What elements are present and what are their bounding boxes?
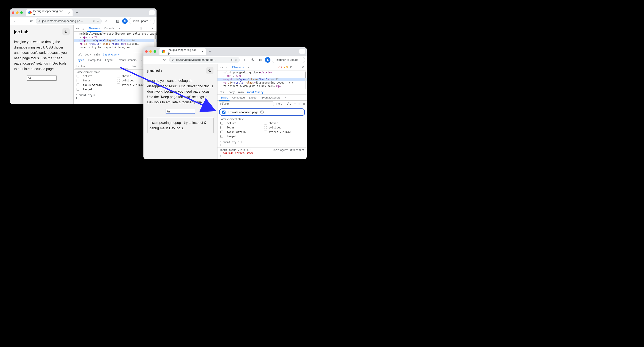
error-badge[interactable]: ⊘ 2 (278, 66, 282, 69)
tab-elements[interactable]: Elements (87, 26, 102, 32)
emulate-focused-page[interactable]: Emulate a focused page ? (219, 108, 305, 116)
hov-toggle[interactable]: :hov (130, 65, 137, 68)
close-devtools-icon[interactable]: ✕ (150, 26, 155, 31)
new-style-icon[interactable]: + (293, 102, 296, 105)
tab-elements[interactable]: Elements (230, 64, 245, 70)
crumb[interactable]: html (76, 53, 82, 56)
maximize-window-icon[interactable] (154, 50, 156, 53)
crumb[interactable]: body (85, 53, 91, 56)
close-tab-icon[interactable]: ✕ (201, 50, 204, 53)
tab-overflow-icon[interactable]: » (139, 57, 144, 63)
site-settings-icon[interactable]: ⚙ (172, 58, 174, 62)
crumb[interactable]: html (220, 91, 226, 94)
install-icon[interactable]: ⎘ (93, 20, 95, 22)
new-tab-button[interactable]: + (207, 48, 213, 54)
force-target[interactable]: :target (220, 134, 261, 138)
bookmark-icon[interactable]: ☆ (96, 20, 99, 23)
force-hover[interactable]: :hover (263, 121, 305, 125)
profile-avatar[interactable] (122, 18, 128, 24)
bookmark-icon[interactable]: ☆ (234, 58, 237, 62)
profile-avatar[interactable] (265, 57, 270, 63)
tab-overflow-icon[interactable]: ⌄ (149, 10, 155, 15)
maximize-window-icon[interactable] (20, 12, 23, 14)
tab-styles[interactable]: Styles (219, 95, 230, 100)
device-icon[interactable]: ⌂ (81, 26, 86, 31)
force-active[interactable]: :active (76, 74, 114, 78)
back-button[interactable]: ← (12, 18, 18, 24)
crumb[interactable]: body (229, 91, 235, 94)
forward-button[interactable]: → (153, 56, 160, 63)
close-devtools-icon[interactable]: ✕ (300, 65, 306, 70)
tab-overflow-icon[interactable]: ⌄ (299, 49, 305, 54)
tab-computed[interactable]: Computed (230, 95, 246, 100)
tab-computed[interactable]: Computed (86, 57, 102, 63)
close-window-icon[interactable] (145, 50, 148, 53)
element-style-block[interactable]: element.style { } (218, 140, 307, 148)
hov-toggle[interactable]: :hov (275, 102, 283, 105)
close-window-icon[interactable] (12, 12, 14, 14)
side-panel-icon[interactable]: ◧ (257, 56, 264, 63)
minimize-window-icon[interactable] (16, 12, 18, 14)
tab-overflow-icon[interactable]: » (283, 95, 288, 100)
address-bar[interactable]: ⚙ jec.fish/demo/disappearing-po… ⎘ ☆ (169, 57, 240, 63)
tab-layout[interactable]: Layout (103, 57, 115, 63)
dom-selected-node[interactable]: <input id="query" type="text"> == $0 (74, 39, 156, 42)
styles-filter-input[interactable] (219, 102, 274, 106)
force-focus-visible[interactable]: :focus-visible (263, 130, 305, 134)
force-focus[interactable]: :focus (76, 78, 114, 82)
site-settings-icon[interactable]: ⚙ (38, 20, 40, 22)
panel-layout-icon[interactable]: ▥ (302, 102, 306, 105)
help-icon[interactable]: ? (260, 110, 264, 114)
back-button[interactable]: ← (145, 56, 152, 63)
browser-tab[interactable]: Debug disappearing pop up ✕ (160, 48, 206, 55)
force-target[interactable]: :target (76, 87, 114, 91)
close-tab-icon[interactable]: ✕ (68, 11, 70, 14)
dom-breadcrumb[interactable]: html body main input#query (218, 90, 307, 95)
tab-layout[interactable]: Layout (247, 95, 259, 100)
ua-stylesheet-block[interactable]: user agent stylesheet input:focus-visibl… (218, 148, 307, 158)
update-button[interactable]: Relaunch to update ⋮ (272, 57, 305, 63)
query-input[interactable] (27, 76, 56, 80)
settings-icon[interactable]: ⚙ (138, 26, 144, 31)
dom-selected-node[interactable]: <input id="query" type="text"> == $0 (218, 78, 307, 81)
install-icon[interactable]: ⎘ (231, 58, 233, 62)
kebab-icon[interactable]: ⋮ (294, 65, 300, 70)
extensions-icon[interactable]: ⟐ (103, 18, 110, 24)
cls-toggle[interactable]: .cls (284, 102, 292, 105)
device-icon[interactable]: ⌂ (225, 65, 230, 70)
update-button[interactable]: Finish update ⋮ (129, 18, 155, 24)
reload-button[interactable]: ⟳ (161, 56, 168, 63)
scrollbar[interactable] (304, 71, 306, 89)
warning-badge[interactable]: ▲ 3 (283, 66, 288, 69)
force-focus-within[interactable]: :focus-within (220, 130, 261, 134)
extensions-icon[interactable]: ⟐ (241, 56, 248, 63)
dark-mode-toggle[interactable] (62, 28, 70, 36)
crumb-current[interactable]: input#query (103, 53, 120, 56)
crumb-current[interactable]: input#query (247, 91, 264, 94)
crumb[interactable]: main (94, 53, 100, 56)
tab-styles[interactable]: Styles (75, 58, 86, 63)
address-bar[interactable]: ⚙ jec.fish/demo/disappearing-po… ⎘ ☆ (36, 18, 102, 24)
force-active[interactable]: :active (220, 121, 261, 125)
query-input[interactable] (166, 109, 195, 114)
forward-button[interactable]: → (20, 18, 26, 24)
force-focus[interactable]: :focus (220, 126, 261, 130)
force-focus-within[interactable]: :focus-within (76, 83, 114, 87)
emulate-checkbox[interactable] (222, 110, 226, 114)
browser-tab[interactable]: Debug disappearing pop up ✕ (26, 9, 72, 16)
kebab-icon[interactable]: ⋮ (144, 26, 149, 31)
tab-event-listeners[interactable]: Event Listeners (260, 95, 282, 100)
side-panel-icon[interactable]: ◧ (114, 18, 121, 24)
settings-icon[interactable]: ⚙ (288, 65, 294, 70)
dom-tree[interactable]: solid gray;padding:10px}</style> ▸ <p> …… (218, 70, 307, 90)
dark-mode-toggle[interactable] (206, 67, 214, 74)
force-visited[interactable]: :visited (263, 126, 305, 130)
new-tab-button[interactable]: + (74, 10, 80, 16)
inspect-icon[interactable]: ▭ (75, 26, 80, 31)
computed-toggle-icon[interactable]: ▭ (298, 102, 301, 105)
reload-button[interactable]: ⟳ (28, 18, 34, 24)
tab-overflow-icon[interactable]: » (117, 25, 122, 32)
styles-filter-input[interactable] (75, 64, 128, 68)
tab-event-listeners[interactable]: Event Listeners (116, 57, 138, 63)
tab-console[interactable]: Console (102, 25, 116, 32)
